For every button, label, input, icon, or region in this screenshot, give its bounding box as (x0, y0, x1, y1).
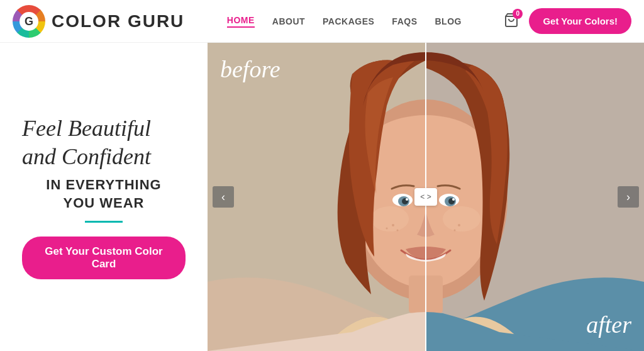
tagline-caps-line1: IN EVERYTHING (46, 177, 161, 192)
tagline-line1: Feel Beautiful (22, 116, 151, 141)
svg-point-7 (443, 206, 480, 231)
nav-item-blog[interactable]: BLOG (435, 16, 461, 26)
svg-point-18 (386, 228, 388, 230)
prev-arrow-icon: ‹ (221, 191, 225, 204)
header: COLOR GURU HOME ABOUT PACKAGES FAQS BLOG… (0, 0, 644, 43)
before-after-panel: before after < > ‹ › (208, 43, 644, 351)
tagline-script: Feel Beautiful and Confident (22, 114, 186, 171)
tagline-caps: IN EVERYTHING YOU WEAR (22, 176, 186, 212)
teal-divider (85, 221, 123, 223)
svg-point-14 (406, 198, 408, 201)
main-content: Feel Beautiful and Confident IN EVERYTHI… (0, 43, 644, 351)
next-arrow-icon: › (626, 191, 630, 204)
after-label: after (586, 311, 631, 338)
nav-item-home[interactable]: HOME (227, 15, 255, 28)
svg-point-17 (397, 230, 399, 231)
svg-point-19 (458, 224, 460, 226)
cart-icon-wrap[interactable]: 0 (504, 13, 519, 30)
get-colors-button[interactable]: Get Your Colors! (529, 8, 631, 34)
svg-point-20 (454, 230, 456, 231)
logo-text: COLOR GURU (52, 11, 184, 31)
nav-item-packages[interactable]: PACKAGES (323, 16, 374, 26)
svg-point-15 (452, 198, 455, 201)
header-right: 0 Get Your Colors! (504, 8, 631, 34)
before-label: before (220, 55, 280, 83)
logo-area: COLOR GURU (13, 5, 184, 38)
drag-handle[interactable]: < > (414, 188, 437, 206)
nav-item-about[interactable]: ABOUT (272, 16, 305, 26)
svg-point-16 (392, 224, 394, 226)
nav: HOME ABOUT PACKAGES FAQS BLOG (227, 15, 462, 28)
tagline-line2: and Confident (22, 144, 151, 169)
svg-point-6 (371, 206, 409, 231)
logo-icon (13, 5, 45, 38)
nav-item-faqs[interactable]: FAQS (392, 16, 417, 26)
prev-arrow[interactable]: ‹ (213, 186, 234, 208)
next-arrow[interactable]: › (618, 186, 639, 208)
left-panel: Feel Beautiful and Confident IN EVERYTHI… (0, 43, 208, 351)
tagline-caps-line2: YOU WEAR (64, 195, 145, 211)
color-card-button[interactable]: Get Your Custom Color Card (22, 237, 186, 279)
cart-badge: 0 (513, 9, 523, 19)
